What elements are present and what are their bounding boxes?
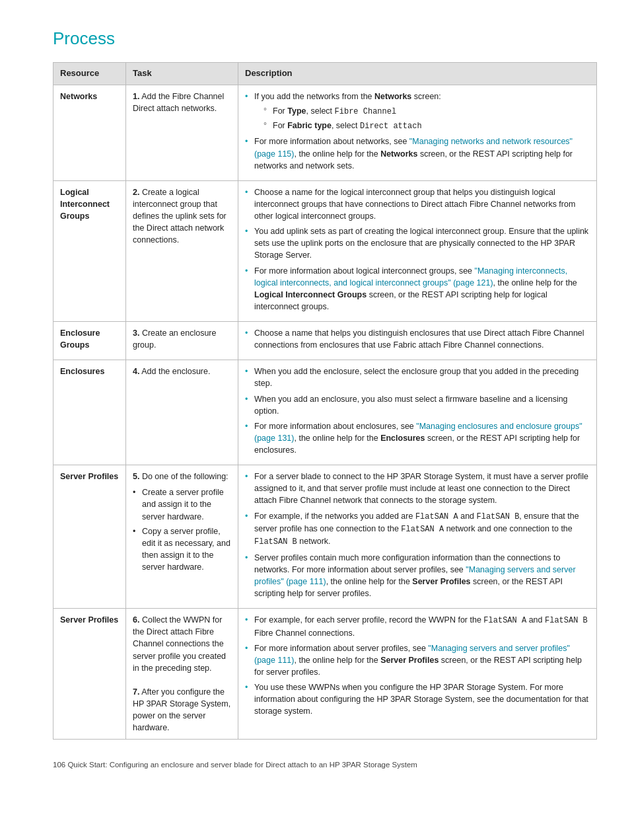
task-networks: 1. Add the Fibre Channel Direct attach n… <box>126 85 238 180</box>
desc-sp1: For a server blade to connect to the HP … <box>238 465 597 609</box>
table-row: Enclosures 4. Add the enclosure. When yo… <box>53 360 597 465</box>
desc-eg: Choose a name that helps you distinguish… <box>238 322 597 360</box>
table-row: EnclosureGroups 3. Create an enclosure g… <box>53 322 597 360</box>
process-table: Resource Task Description Networks 1. Ad… <box>53 62 597 740</box>
col-header-description: Description <box>238 62 597 85</box>
desc-lig: Choose a name for the logical interconne… <box>238 180 597 321</box>
table-row: Networks 1. Add the Fibre Channel Direct… <box>53 85 597 180</box>
resource-networks: Networks <box>53 85 126 180</box>
desc-networks: If you add the networks from the Network… <box>238 85 597 180</box>
table-row: Server Profiles 6. Collect the WWPN for … <box>53 609 597 740</box>
col-header-task: Task <box>126 62 238 85</box>
table-row: LogicalInterconnectGroups 2. Create a lo… <box>53 180 597 321</box>
resource-sp1: Server Profiles <box>53 465 126 609</box>
resource-lig: LogicalInterconnectGroups <box>53 180 126 321</box>
table-row: Server Profiles 5. Do one of the followi… <box>53 465 597 609</box>
resource-sp2: Server Profiles <box>53 609 126 740</box>
col-header-resource: Resource <box>53 62 126 85</box>
task-sp1: 5. Do one of the following: Create a ser… <box>126 465 238 609</box>
resource-eg: EnclosureGroups <box>53 322 126 360</box>
desc-sp2: For example, for each server profile, re… <box>238 609 597 740</box>
task-enclosures: 4. Add the enclosure. <box>126 360 238 465</box>
page-footer: 106 Quick Start: Configuring an enclosur… <box>53 759 597 771</box>
page-title: Process <box>53 26 597 52</box>
task-sp2: 6. Collect the WWPN for the Direct attac… <box>126 609 238 740</box>
resource-enclosures: Enclosures <box>53 360 126 465</box>
task-lig: 2. Create a logical interconnect group t… <box>126 180 238 321</box>
desc-enclosures: When you add the enclosure, select the e… <box>238 360 597 465</box>
task-eg: 3. Create an enclosure group. <box>126 322 238 360</box>
link-managing-interconnects[interactable]: "Managing interconnects, logical interco… <box>254 266 567 287</box>
